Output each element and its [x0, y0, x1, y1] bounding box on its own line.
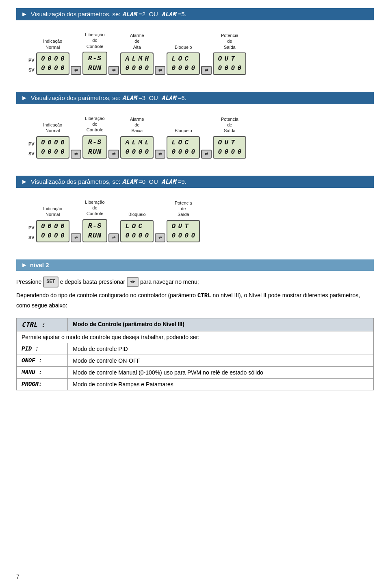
rs-box-1: R-S RUN: [82, 52, 108, 75]
label-potencia-3: PotenciadeSaída: [175, 200, 192, 218]
label-alarme-baixa: AlarmedeBaixa: [130, 116, 144, 134]
pv-label-3: PV: [28, 225, 35, 230]
display-loc-2: LOC 0000: [167, 136, 200, 159]
pressione-text: Pressione: [16, 278, 43, 285]
pid-label-cell: PID :: [17, 343, 68, 355]
label-potencia-1: PotenciadeSaída: [221, 33, 238, 50]
label-indicacao-2: IndicaçãoNormal: [43, 122, 62, 134]
col-out-2: PotenciadeSaída OUT 0000: [213, 116, 246, 159]
sv-label-3: SV: [28, 235, 35, 240]
nivel2-header: ► nivel 2: [16, 259, 374, 271]
conn-3a: ⇄: [71, 221, 81, 242]
progr-desc-cell: Modo de controle Rampas e Patamares: [68, 378, 374, 390]
nivel2-arrow-icon: ►: [21, 261, 28, 269]
pvsv-labels-1: PV SV: [28, 58, 35, 75]
progr-label-cell: PROGR:: [17, 378, 68, 390]
pressione-line: Pressione SET e depois basta pressionar …: [16, 277, 374, 288]
col-indicacao-2: IndicaçãoNormal 0000 0000: [36, 122, 69, 159]
section1-diagram: PV SV IndicaçãoNormal 0000 0000 ⇄ Libera…: [16, 28, 374, 82]
section3-diagram: PV SV IndicaçãoNormal 0000 0000 ⇄ Libera…: [16, 195, 374, 250]
col-loc-3: Bloqueio LOC 0000: [120, 211, 154, 242]
conn-1c: ⇄: [155, 54, 165, 75]
display-almh-1: ALMH 0000: [120, 52, 154, 75]
nivel2-title: nivel 2: [30, 261, 49, 268]
ctrl-label-cell: CTRL :: [17, 318, 68, 331]
conn-1b: ⇄: [108, 54, 119, 75]
display-indicacao-1: 0000 0000: [36, 52, 69, 75]
label-potencia-2: PotenciadeSaída: [221, 116, 238, 134]
col-indicacao-1: IndicaçãoNormal 0000 0000: [36, 38, 69, 75]
para-text: para navegar no menu;: [140, 278, 199, 285]
display-out-1: OUT 0000: [213, 52, 246, 75]
display-alml-2: ALML 0000: [120, 136, 154, 159]
conn-3c: ⇄: [155, 221, 165, 242]
conn-3b: ⇄: [108, 221, 119, 242]
col-loc-1: Bloqueio LOC 0000: [167, 44, 200, 75]
section2-arrow: ►: [21, 94, 28, 102]
section3-title: Visualização dos parâmetros, se: ALAM =0…: [31, 178, 186, 185]
display-out-2: OUT 0000: [213, 136, 246, 159]
section2-diagram: PV SV IndicaçãoNormal 0000 0000 ⇄ Libera…: [16, 111, 374, 166]
conn-2d: ⇄: [201, 137, 212, 159]
label-indicacao-1: IndicaçãoNormal: [43, 38, 62, 50]
display-out-3: OUT 0000: [167, 220, 200, 242]
description-para: Dependendo do tipo de controle configura…: [16, 291, 374, 311]
col-out-3: PotenciadeSaída OUT 0000: [167, 200, 200, 242]
set-button-inline: SET: [43, 277, 58, 288]
depois-text: e depois basta pressionar: [60, 278, 127, 285]
col-indicacao-3: IndicaçãoNormal 0000 0000: [36, 206, 69, 242]
ctrl-subheader-cell: Permite ajustar o modo de controle que d…: [17, 331, 374, 343]
section2-title: Visualização dos parâmetros, se: ALAM =3…: [31, 94, 186, 102]
onof-label-cell: ONOF :: [17, 355, 68, 366]
pv-label-1: PV: [28, 58, 35, 63]
label-alarme-alta: AlarmedeAlta: [130, 33, 144, 50]
col-alml-2: AlarmedeBaixa ALML 0000: [120, 116, 154, 159]
conn-2c: ⇄: [155, 137, 165, 159]
col-rs-1: LiberaçãodoControle R-S RUN: [82, 32, 108, 75]
col-rs-2: LiberaçãodoControle R-S RUN: [82, 115, 108, 159]
col-loc-2: Bloqueio LOC 0000: [167, 128, 200, 158]
pvsv-labels-2: PV SV: [28, 142, 35, 159]
progr-row: PROGR: Modo de controle Rampas e Patamar…: [17, 378, 374, 390]
pvsv-labels-3: PV SV: [28, 225, 35, 242]
display-indicacao-3: 0000 0000: [36, 220, 69, 242]
display-loc-3: LOC 0000: [120, 220, 154, 242]
ctrl-subheader-row: Permite ajustar o modo de controle que d…: [17, 331, 374, 343]
ctrl-header-row: CTRL : Modo de Controle (parâmetro do Ní…: [17, 318, 374, 331]
display-loc-1: LOC 0000: [167, 52, 200, 75]
section3-arrow: ►: [21, 178, 28, 185]
rs-box-3: R-S RUN: [82, 219, 108, 242]
conn-2a: ⇄: [71, 137, 81, 159]
label-liberacao-2: LiberaçãodoControle: [85, 115, 104, 133]
ctrl-desc-cell: Modo de Controle (parâmetro do Nível III…: [68, 318, 374, 331]
col-out-1: PotenciadeSaída OUT 0000: [213, 33, 246, 75]
label-bloqueio-1: Bloqueio: [175, 44, 192, 50]
pid-row: PID : Modo de controle PID: [17, 343, 374, 355]
conn-1a: ⇄: [71, 54, 81, 75]
sv-label-2: SV: [28, 151, 35, 156]
conn-1d: ⇄: [201, 54, 212, 75]
label-bloqueio-3: Bloqueio: [128, 211, 146, 217]
col-almh-1: AlarmedeAlta ALMH 0000: [120, 33, 154, 75]
onof-desc-cell: Modo de controle ON-OFF: [68, 355, 374, 366]
label-bloqueio-2: Bloqueio: [175, 128, 192, 133]
section2-header: ► Visualização dos parâmetros, se: ALAM …: [16, 92, 374, 104]
display-indicacao-2: 0000 0000: [36, 136, 69, 159]
col-rs-3: LiberaçãodoControle R-S RUN: [82, 199, 108, 242]
label-indicacao-3: IndicaçãoNormal: [43, 206, 62, 218]
label-liberacao-1: LiberaçãodoControle: [85, 32, 104, 49]
section1-title: Visualização dos parâmetros, se: ALAM =2…: [31, 11, 186, 18]
page-number: 7: [16, 573, 20, 580]
section3-header: ► Visualização dos parâmetros, se: ALAM …: [16, 176, 374, 188]
onof-row: ONOF : Modo de controle ON-OFF: [17, 355, 374, 366]
ctrl-table: CTRL : Modo de Controle (parâmetro do Ní…: [16, 318, 374, 390]
section1-header: ► Visualização dos parâmetros, se: ALAM …: [16, 8, 374, 20]
conn-2b: ⇄: [108, 137, 119, 159]
pid-desc-cell: Modo de controle PID: [68, 343, 374, 355]
sv-label-1: SV: [28, 68, 35, 72]
rs-box-2: R-S RUN: [82, 135, 108, 159]
manu-label-cell: MANU :: [17, 366, 68, 378]
manu-desc-cell: Modo de controle Manual (0-100%) uso par…: [68, 366, 374, 378]
pv-label-2: PV: [28, 142, 35, 146]
nav-button-inline: ◄►: [127, 277, 139, 287]
